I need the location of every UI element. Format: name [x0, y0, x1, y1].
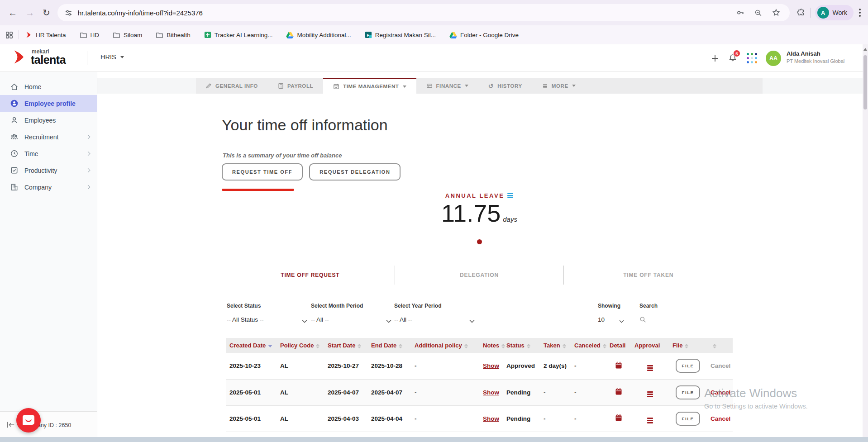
- status-text: Pending: [503, 379, 540, 405]
- request-delegation-button[interactable]: REQUEST DELEGATION: [309, 163, 401, 181]
- collapse-sidebar-icon[interactable]: [6, 421, 15, 428]
- col-status[interactable]: Status: [503, 338, 540, 353]
- bookmark-siloam[interactable]: Siloam: [113, 32, 142, 38]
- reload-icon[interactable]: ↻: [43, 8, 50, 17]
- col-detail[interactable]: Detail: [606, 338, 631, 353]
- tab-history[interactable]: ↺ HISTORY: [478, 78, 532, 94]
- checkbox-icon: [10, 166, 19, 175]
- module-switcher[interactable]: HRIS: [100, 53, 124, 61]
- request-time-off-button[interactable]: REQUEST TIME OFF: [222, 163, 303, 181]
- col-file[interactable]: File: [669, 338, 707, 353]
- col-start-date[interactable]: Start Date: [324, 338, 367, 353]
- file-button[interactable]: FILE: [676, 412, 701, 426]
- sidebar-item-productivity[interactable]: Productivity: [0, 162, 97, 179]
- subtab-time-off-request[interactable]: TIME OFF REQUEST: [226, 266, 395, 285]
- bookmark-hd[interactable]: HD: [80, 32, 100, 38]
- forward-icon[interactable]: →: [25, 8, 34, 17]
- browser-menu-icon[interactable]: [859, 9, 861, 17]
- url-text[interactable]: hr.talenta.co/my-info/time-off?id=242537…: [78, 9, 736, 17]
- file-button[interactable]: FILE: [676, 359, 701, 373]
- approval-list-icon[interactable]: [647, 418, 653, 423]
- extensions-puzzle-icon[interactable]: [796, 8, 806, 18]
- col-taken[interactable]: Taken: [540, 338, 571, 353]
- green-plus-icon: [204, 31, 211, 38]
- quick-add-button[interactable]: [711, 44, 720, 72]
- sidebar-item-home[interactable]: Home: [0, 78, 97, 95]
- cancel-link[interactable]: Cancel: [711, 389, 730, 396]
- tune-icon[interactable]: [65, 9, 72, 17]
- back-icon[interactable]: ←: [8, 8, 17, 17]
- col-canceled[interactable]: Canceled: [571, 338, 606, 353]
- address-bar[interactable]: hr.talenta.co/my-info/time-off?id=242537…: [57, 4, 790, 21]
- browser-profile-label: Work: [833, 9, 847, 16]
- user-menu[interactable]: Alda Anisah PT Meditek Inovasi Global: [787, 50, 844, 64]
- apps-grid-icon[interactable]: [5, 31, 13, 39]
- vertical-scrollbar[interactable]: [863, 44, 868, 437]
- col-policy-code[interactable]: Policy Code: [277, 338, 324, 353]
- approval-list-icon[interactable]: [647, 365, 653, 371]
- bookmark-folder-drive[interactable]: Folder - Google Drive: [449, 32, 519, 38]
- detail-calendar-icon[interactable]: [615, 388, 622, 395]
- sidebar-item-employees[interactable]: Employees: [0, 112, 97, 128]
- zoom-out-icon[interactable]: [754, 9, 763, 17]
- showing-select[interactable]: 10: [598, 313, 624, 326]
- sidebar-item-recruitment[interactable]: Recruitment: [0, 128, 97, 145]
- bookmark-mobility[interactable]: Mobility Additional...: [286, 32, 351, 38]
- sidebar-item-company[interactable]: Company: [0, 179, 97, 195]
- carousel-dot[interactable]: [477, 239, 482, 244]
- scroll-up-arrow[interactable]: [863, 48, 867, 51]
- tab-general-info[interactable]: GENERAL INFO: [196, 78, 268, 94]
- month-select[interactable]: -- All --: [311, 313, 391, 326]
- password-key-icon[interactable]: [736, 8, 745, 17]
- detail-calendar-icon[interactable]: [615, 361, 622, 369]
- sort-icon: [685, 344, 688, 348]
- show-notes-link[interactable]: Show: [483, 362, 499, 369]
- subtab-delegation[interactable]: DELEGATION: [395, 266, 564, 285]
- col-approval[interactable]: Approval: [631, 338, 669, 353]
- bookmark-tracker-ai[interactable]: Tracker AI Learning...: [204, 31, 273, 38]
- support-chat-button[interactable]: [16, 408, 41, 432]
- year-select[interactable]: -- All --: [394, 313, 475, 326]
- tab-finance[interactable]: FINANCE: [416, 78, 478, 94]
- subtab-time-off-taken[interactable]: TIME OFF TAKEN: [563, 266, 733, 285]
- tab-more[interactable]: MORE: [532, 78, 586, 94]
- bookmark-hr-talenta[interactable]: HR Talenta: [25, 31, 66, 38]
- carousel-dots: [196, 238, 763, 246]
- col-additional-policy[interactable]: Additional policy: [411, 338, 479, 353]
- status-select[interactable]: -- All Status --: [227, 313, 307, 326]
- calendar-check-icon: [333, 83, 339, 90]
- approval-list-icon[interactable]: [647, 391, 653, 397]
- notification-badge: 5: [733, 50, 740, 57]
- balance-menu-icon[interactable]: [507, 193, 513, 198]
- show-notes-link[interactable]: Show: [483, 415, 499, 422]
- browser-profile-chip[interactable]: A Work: [815, 5, 854, 20]
- tab-time-management[interactable]: TIME MANAGEMENT: [323, 78, 416, 94]
- file-button[interactable]: FILE: [676, 385, 701, 399]
- col-created-date[interactable]: Created Date: [226, 338, 277, 353]
- horizontal-scrollbar[interactable]: [0, 437, 868, 442]
- search-icon: [639, 316, 646, 323]
- scrollbar-thumb[interactable]: [863, 55, 867, 109]
- col-end-date[interactable]: End Date: [367, 338, 411, 353]
- user-avatar[interactable]: AA: [766, 44, 781, 72]
- sidebar-item-employee-profile[interactable]: Employee profile: [0, 95, 97, 112]
- sort-icon: [316, 344, 320, 348]
- cancel-link[interactable]: Cancel: [711, 415, 730, 422]
- bookmark-bithealth[interactable]: Bithealth: [156, 32, 191, 38]
- notifications-bell-icon[interactable]: 5: [728, 44, 738, 72]
- mekari-apps-grid-icon[interactable]: [747, 44, 757, 72]
- sidebar-item-time[interactable]: Time: [0, 145, 97, 162]
- chevron-right-icon: [86, 152, 91, 156]
- cancel-link-disabled: Cancel: [711, 362, 730, 369]
- show-notes-link[interactable]: Show: [483, 389, 499, 396]
- bookmarks-bar: HR Talenta HD Siloam Bithealth Tracker A…: [0, 25, 868, 44]
- tab-payroll[interactable]: PAYROLL: [268, 78, 323, 94]
- status-text: Approved: [503, 353, 540, 379]
- chevron-down-icon: [403, 86, 406, 88]
- detail-calendar-icon[interactable]: [615, 414, 622, 422]
- talenta-logo[interactable]: mekari talenta: [12, 49, 66, 65]
- search-input[interactable]: [639, 313, 689, 326]
- bookmark-star-icon[interactable]: [772, 8, 781, 17]
- bookmark-registrasi[interactable]: F Registrasi Makan Sil...: [365, 31, 436, 38]
- col-notes[interactable]: Notes: [479, 338, 503, 353]
